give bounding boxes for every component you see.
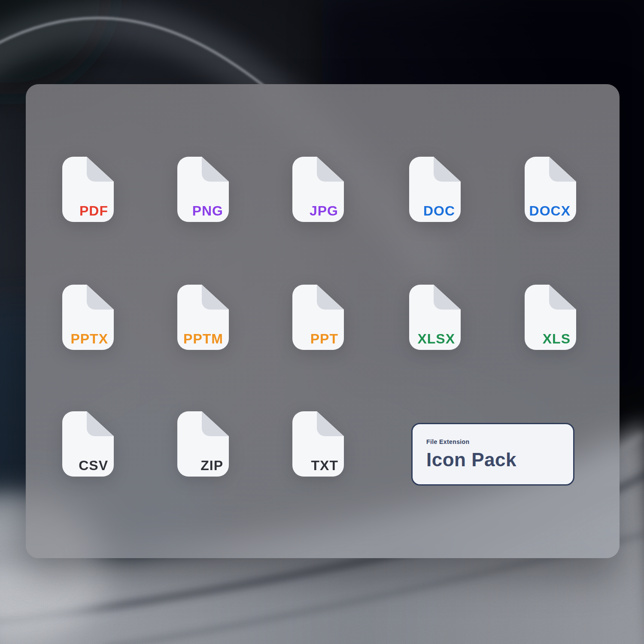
file-extension-label: CSV [79, 459, 108, 472]
file-extension-label: ZIP [200, 459, 223, 472]
file-icon-pptx: PPTX [62, 285, 114, 350]
file-icon-xls: XLS [525, 285, 576, 350]
file-extension-label: XLSX [417, 332, 455, 346]
file-extension-label: XLS [543, 332, 571, 346]
file-icon-csv: CSV [62, 411, 114, 477]
file-icon-txt: TXT [292, 411, 344, 477]
file-icon-ppt: PPT [292, 285, 344, 350]
file-extension-label: PPTM [183, 332, 223, 346]
file-extension-label: PPT [310, 332, 338, 346]
file-icon-pptm: PPTM [177, 285, 229, 350]
file-extension-label: PPTX [70, 332, 108, 346]
file-extension-label: PNG [192, 204, 223, 218]
file-icon-zip: ZIP [177, 411, 229, 477]
file-icon-doc: DOC [409, 157, 461, 222]
file-icon-docx: DOCX [525, 157, 576, 222]
file-icon-png: PNG [177, 157, 229, 222]
card-eyebrow: File Extension [426, 438, 573, 445]
file-extension-label: JPG [310, 204, 338, 218]
file-extension-label: PDF [79, 204, 108, 218]
icon-pack-card: File Extension Icon Pack [411, 423, 574, 486]
file-icon-jpg: JPG [292, 157, 344, 222]
card-title: Icon Pack [426, 449, 573, 471]
file-extension-label: TXT [311, 459, 338, 472]
file-extension-label: DOC [423, 204, 455, 218]
file-extension-label: DOCX [529, 204, 571, 218]
icon-pack-showcase: PDF PNG JPG DOC DOCX PPTX PPTM PPT XLSX … [0, 0, 644, 644]
file-icon-xlsx: XLSX [409, 285, 461, 350]
file-icon-pdf: PDF [62, 157, 114, 222]
